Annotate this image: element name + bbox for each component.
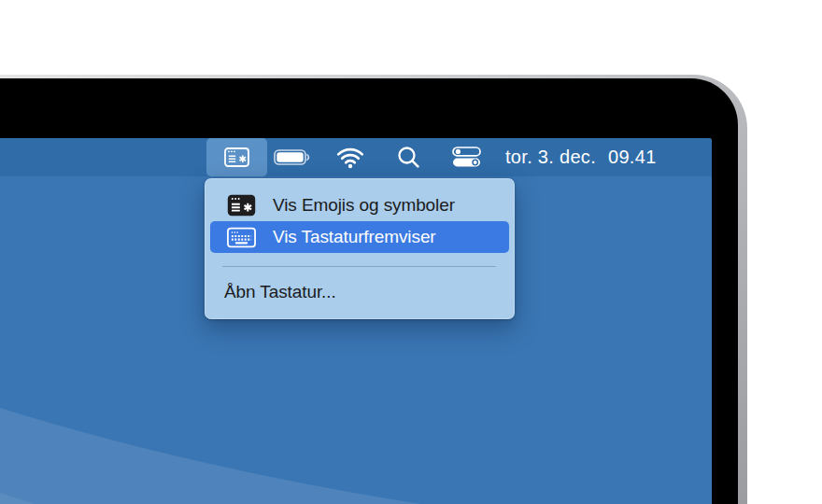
- control-center-extra[interactable]: [452, 138, 482, 176]
- keyboard-viewer-icon: [227, 227, 256, 248]
- menu-bar-clock[interactable]: tor. 3. dec. 09.41: [505, 138, 657, 176]
- clock-time: 09.41: [608, 147, 657, 168]
- menu-item-show-keyboard-viewer[interactable]: Vis Tastaturfremviser: [210, 221, 509, 253]
- spotlight-extra[interactable]: [396, 138, 421, 176]
- menu-item-label: Åbn Tastatur...: [224, 282, 336, 302]
- menu-item-label: Vis Emojis og symboler: [273, 195, 455, 216]
- menu-bar: tor. 3. dec. 09.41: [0, 138, 712, 176]
- spotlight-search-icon: [397, 146, 421, 170]
- laptop-bezel: tor. 3. dec. 09.41: [0, 78, 738, 504]
- input-menu-extra[interactable]: [206, 138, 267, 176]
- input-menu-dropdown: Vis Emojis og symboler Vis Tastaturfremv…: [205, 178, 515, 319]
- wifi-status-extra[interactable]: [335, 138, 365, 176]
- emoji-symbols-window-icon: [227, 194, 256, 217]
- battery-icon: [274, 147, 311, 167]
- wifi-icon: [335, 147, 365, 169]
- laptop-frame: tor. 3. dec. 09.41: [0, 75, 747, 504]
- menu-item-label: Vis Tastaturfremviser: [273, 227, 436, 247]
- control-center-icon: [452, 147, 482, 168]
- menu-item-open-keyboard-settings[interactable]: Åbn Tastatur...: [205, 276, 515, 308]
- menu-separator: [222, 266, 496, 267]
- battery-status-extra[interactable]: [273, 138, 312, 176]
- desktop-wallpaper: tor. 3. dec. 09.41: [0, 138, 712, 504]
- clock-date: tor. 3. dec.: [505, 147, 596, 168]
- menu-item-show-emoji-symbols[interactable]: Vis Emojis og symboler: [205, 189, 515, 221]
- input-source-menu-icon: [224, 147, 249, 167]
